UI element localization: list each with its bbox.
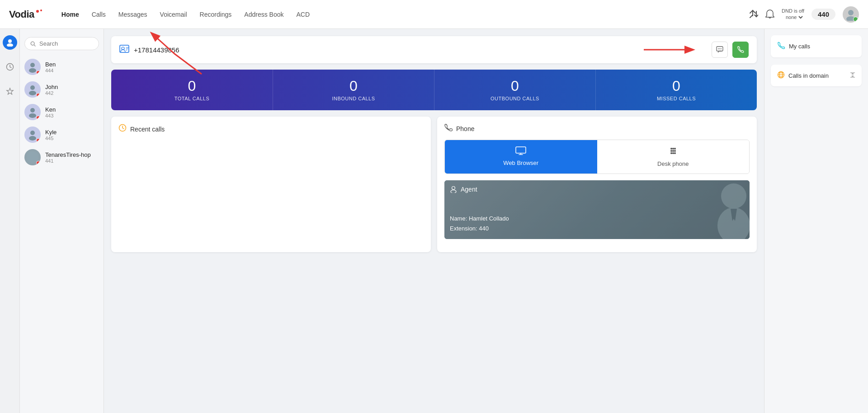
contact-ken-name: Ken (45, 106, 56, 113)
expand-calls-domain-btn[interactable] (850, 72, 855, 79)
recent-calls-title: Recent calls (118, 124, 424, 134)
contact-ben-status (36, 70, 40, 75)
stat-total-value: 0 (116, 79, 268, 93)
contact-tenares-status (36, 161, 40, 165)
contact-ben-name: Ben (45, 61, 56, 68)
dnd-status-label: DND is off (782, 8, 804, 14)
contact-tenares[interactable]: TenaresTires-hop 441 (20, 146, 104, 169)
nav-calls[interactable]: Calls (92, 11, 106, 18)
svg-point-11 (29, 91, 36, 95)
contact-ken[interactable]: Ken 443 (20, 101, 104, 123)
desk-phone-btn[interactable]: Desk phone (597, 140, 750, 174)
contact-ben[interactable]: Ben 444 (20, 56, 104, 78)
svg-point-13 (29, 113, 36, 118)
right-sidebar: My calls Calls in domain (764, 29, 868, 413)
contact-kyle-status (36, 138, 40, 142)
phone-agent-card: Phone Web Browser (437, 117, 757, 252)
chat-icon (716, 46, 723, 53)
svg-point-30 (670, 148, 672, 150)
svg-point-24 (718, 48, 719, 49)
desk-phone-label: Desk phone (657, 160, 689, 167)
contact-kyle-ext: 445 (45, 136, 57, 141)
nav-addressbook[interactable]: Address Book (244, 11, 283, 18)
transfer-icon-btn[interactable] (748, 9, 758, 19)
main-layout: Ben 444 John 442 (0, 29, 868, 413)
nav-voicemail[interactable]: Voicemail (160, 11, 187, 18)
recent-calls-icon (118, 124, 127, 134)
nav-messages[interactable]: Messages (118, 11, 147, 18)
svg-point-0 (36, 10, 39, 13)
sidebar-person-btn[interactable] (3, 35, 17, 50)
sidebar-icon-col (0, 29, 20, 413)
search-icon (30, 41, 36, 47)
phone-selector: Web Browser (444, 140, 750, 174)
chat-btn[interactable] (712, 42, 728, 58)
contact-tenares-avatar (24, 149, 41, 165)
calls-in-domain-icon (777, 71, 785, 80)
contact-card-icon (119, 45, 129, 55)
contact-kyle-name: Kyle (45, 129, 57, 136)
stat-total-calls: 0 TOTAL CALLS (111, 70, 273, 110)
svg-point-33 (670, 150, 672, 152)
svg-point-3 (846, 16, 855, 21)
web-browser-btn[interactable]: Web Browser (445, 140, 597, 174)
avatar-icon (844, 8, 857, 21)
stat-inbound-label: INBOUND CALLS (278, 96, 429, 101)
recent-calls-label: Recent calls (130, 126, 165, 133)
phone-my-calls-icon (777, 42, 785, 50)
contact-ben-info: Ben 444 (45, 61, 56, 73)
svg-point-32 (674, 148, 676, 150)
my-calls-icon (777, 42, 785, 51)
left-sidebar: Ben 444 John 442 (0, 29, 104, 413)
expand-icon (850, 72, 855, 78)
phone-bar: +17814439856 (111, 36, 757, 63)
transfer-icon (748, 9, 758, 19)
contact-ken-avatar (24, 104, 41, 120)
svg-point-41 (452, 187, 455, 190)
sidebar-clock-btn[interactable] (3, 60, 17, 74)
contact-kyle[interactable]: Kyle 445 (20, 123, 104, 146)
svg-point-35 (674, 150, 676, 152)
nav-recordings[interactable]: Recordings (200, 11, 232, 18)
contact-john-ext: 442 (45, 90, 58, 96)
bell-icon (765, 9, 774, 19)
nav-acd[interactable]: ACD (297, 11, 310, 18)
contact-ken-status (36, 116, 40, 120)
stat-inbound-calls: 0 INBOUND CALLS (273, 70, 434, 110)
sidebar-star-btn[interactable] (3, 84, 17, 99)
contact-john[interactable]: John 442 (20, 78, 104, 101)
stat-total-label: TOTAL CALLS (116, 96, 268, 101)
call-btn[interactable] (732, 42, 749, 58)
notifications-btn[interactable] (765, 9, 774, 19)
stat-missed-value: 0 (600, 79, 752, 93)
top-nav: Vodia Home Calls Messages Voicemail Reco… (0, 0, 868, 29)
user-avatar[interactable] (843, 6, 859, 23)
nav-home[interactable]: Home (61, 11, 79, 18)
recent-calls-card: Recent calls (111, 117, 431, 252)
phone-icon (444, 124, 453, 133)
agent-name: Name: Hamlet Collado (450, 214, 744, 224)
svg-point-20 (122, 47, 124, 50)
svg-point-26 (721, 48, 722, 49)
svg-point-5 (7, 43, 13, 47)
stat-inbound-value: 0 (278, 79, 429, 93)
contact-john-info: John 442 (45, 84, 58, 96)
contact-ken-info: Ken 443 (45, 106, 56, 118)
svg-point-2 (848, 10, 854, 15)
dnd-badge: DND is off none (782, 8, 804, 20)
dnd-select[interactable]: none (784, 14, 804, 20)
clock-recent-icon (118, 124, 127, 132)
svg-point-15 (29, 136, 36, 141)
my-calls-label: My calls (789, 43, 810, 50)
nav-links: Home Calls Messages Voicemail Recordings… (61, 11, 748, 18)
star-icon (6, 87, 14, 95)
svg-point-12 (30, 108, 35, 113)
agent-header: Agent (450, 186, 744, 193)
svg-point-4 (8, 39, 12, 43)
svg-point-42 (451, 190, 456, 193)
clock-icon (6, 63, 14, 71)
contact-kyle-info: Kyle 445 (45, 129, 57, 141)
search-input[interactable] (39, 40, 93, 47)
stat-missed-label: MISSED CALLS (600, 96, 752, 101)
bottom-row: Recent calls Phone (111, 117, 757, 252)
